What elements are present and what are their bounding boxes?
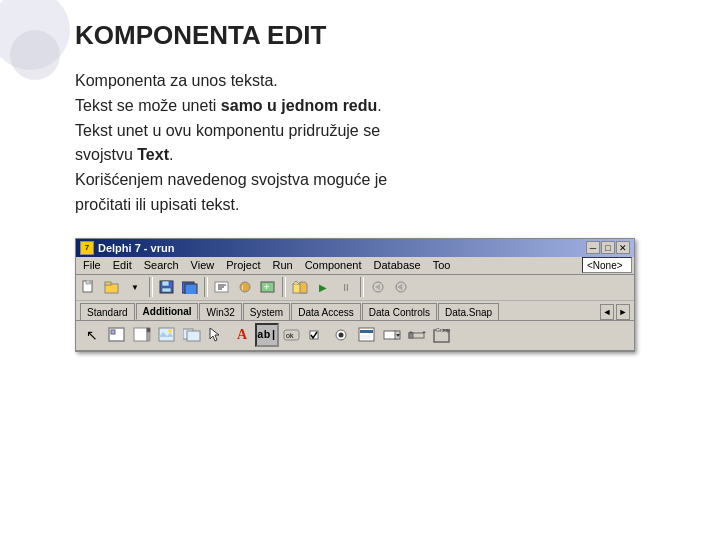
svg-rect-23 <box>111 330 115 334</box>
add-icon: + <box>260 280 276 294</box>
tool-step[interactable] <box>367 276 389 298</box>
save-icon <box>159 280 175 294</box>
title-bar-text: Delphi 7 - vrun <box>98 242 174 254</box>
env-icon <box>214 280 230 294</box>
palette-icons: ↖ <box>76 321 634 351</box>
toggle-icon: i <box>237 280 253 294</box>
tool-save[interactable] <box>156 276 178 298</box>
svg-rect-8 <box>185 284 197 294</box>
svg-rect-5 <box>162 281 169 286</box>
palette-arrow-cursor[interactable]: ↖ <box>80 323 104 347</box>
svg-text:Group: Group <box>436 327 450 333</box>
scrollbar-icon <box>408 327 426 343</box>
tool-save-all[interactable] <box>179 276 201 298</box>
svg-text:ok: ok <box>286 332 294 339</box>
svg-rect-24 <box>134 328 147 341</box>
palette-edit-component[interactable]: ab| <box>255 323 279 347</box>
palette-nav-right[interactable]: ► <box>616 304 630 320</box>
sep-4 <box>360 277 364 297</box>
tab-system[interactable]: System <box>243 303 290 320</box>
sep-3 <box>282 277 286 297</box>
tool-plus[interactable]: ▶ <box>312 276 334 298</box>
maximize-button[interactable]: □ <box>601 241 615 254</box>
listbox-icon <box>358 327 376 343</box>
bg-circle-small <box>10 30 60 80</box>
svg-rect-6 <box>162 288 171 292</box>
image-icon <box>158 327 176 343</box>
svg-point-29 <box>168 329 172 333</box>
menu-run[interactable]: Run <box>267 258 297 272</box>
palette-scrollbox[interactable] <box>130 323 154 347</box>
svg-rect-39 <box>360 330 373 333</box>
tool-toggle[interactable]: i <box>234 276 256 298</box>
tab-data-access[interactable]: Data Access <box>291 303 361 320</box>
palette-combobox[interactable] <box>380 323 404 347</box>
tool-new[interactable] <box>78 276 100 298</box>
ok-button-icon: ok <box>283 327 301 343</box>
main-content: KOMPONENTA EDIT Komponenta za unos tekst… <box>75 20 700 520</box>
tool-open[interactable] <box>101 276 123 298</box>
cursor-icon <box>208 327 226 343</box>
menu-too[interactable]: Too <box>428 258 456 272</box>
scrollbox-icon <box>133 327 151 343</box>
menu-edit[interactable]: Edit <box>108 258 137 272</box>
title-bar: 7 Delphi 7 - vrun ─ □ ✕ <box>76 239 634 257</box>
svg-rect-42 <box>384 331 396 339</box>
palette-scrollbar[interactable] <box>405 323 429 347</box>
palette-ok-button[interactable]: ok <box>280 323 304 347</box>
desc-line2: Tekst se može uneti samo u jednom redu. <box>75 97 382 114</box>
desc-line1: Komponenta za unos teksta. <box>75 72 278 89</box>
palette-cursor-icon[interactable] <box>205 323 229 347</box>
menu-component[interactable]: Component <box>300 258 367 272</box>
checkbox-icon <box>308 327 326 343</box>
tab-data-controls[interactable]: Data Controls <box>362 303 437 320</box>
palette-checkbox[interactable] <box>305 323 329 347</box>
tool-env[interactable] <box>211 276 233 298</box>
tab-standard[interactable]: Standard <box>80 303 135 320</box>
new-icon <box>81 280 97 294</box>
palette-radiobutton[interactable] <box>330 323 354 347</box>
svg-point-37 <box>339 333 344 338</box>
combobox-icon <box>383 327 401 343</box>
menu-bar: File Edit Search View Project Run Compon… <box>76 257 634 275</box>
delphi-window: 7 Delphi 7 - vrun ─ □ ✕ File Edit Search… <box>75 238 635 352</box>
sep-1 <box>149 277 153 297</box>
groupbox-icon: Group <box>433 327 451 343</box>
palette-tabs: Standard Additional Win32 System Data Ac… <box>76 301 634 321</box>
step-icon <box>370 280 386 294</box>
palette-nav: ◄ ► <box>600 304 630 320</box>
tool-open2[interactable] <box>289 276 311 298</box>
tab-data-snap[interactable]: Data.Snap <box>438 303 499 320</box>
step2-icon <box>393 280 409 294</box>
svg-rect-26 <box>147 328 150 332</box>
none-combobox[interactable]: <None> <box>582 257 632 273</box>
tool-step2[interactable] <box>390 276 412 298</box>
palette-label-a[interactable]: A <box>230 323 254 347</box>
minimize-button[interactable]: ─ <box>586 241 600 254</box>
tool-dropdown-1[interactable]: ▼ <box>124 276 146 298</box>
tab-win32[interactable]: Win32 <box>199 303 241 320</box>
menu-search[interactable]: Search <box>139 258 184 272</box>
radiobutton-icon <box>333 327 351 343</box>
palette-groupbox[interactable]: Group <box>430 323 454 347</box>
svg-marker-32 <box>210 328 219 341</box>
palette-frame[interactable] <box>105 323 129 347</box>
palette-listbox[interactable] <box>355 323 379 347</box>
menu-database[interactable]: Database <box>369 258 426 272</box>
title-bar-left: 7 Delphi 7 - vrun <box>80 241 174 255</box>
palette-image[interactable] <box>155 323 179 347</box>
palette-nav-left[interactable]: ◄ <box>600 304 614 320</box>
sep-2 <box>204 277 208 297</box>
open-icon <box>104 280 120 294</box>
tab-additional[interactable]: Additional <box>136 303 199 320</box>
desc-bold-2: Text <box>137 146 169 163</box>
tool-add[interactable]: + <box>257 276 279 298</box>
menu-file[interactable]: File <box>78 258 106 272</box>
palette-imagelist[interactable] <box>180 323 204 347</box>
tool-pause[interactable]: ⏸ <box>335 276 357 298</box>
imagelist-icon <box>183 327 201 343</box>
menu-project[interactable]: Project <box>221 258 265 272</box>
close-button[interactable]: ✕ <box>616 241 630 254</box>
svg-rect-3 <box>105 282 111 285</box>
menu-view[interactable]: View <box>186 258 220 272</box>
